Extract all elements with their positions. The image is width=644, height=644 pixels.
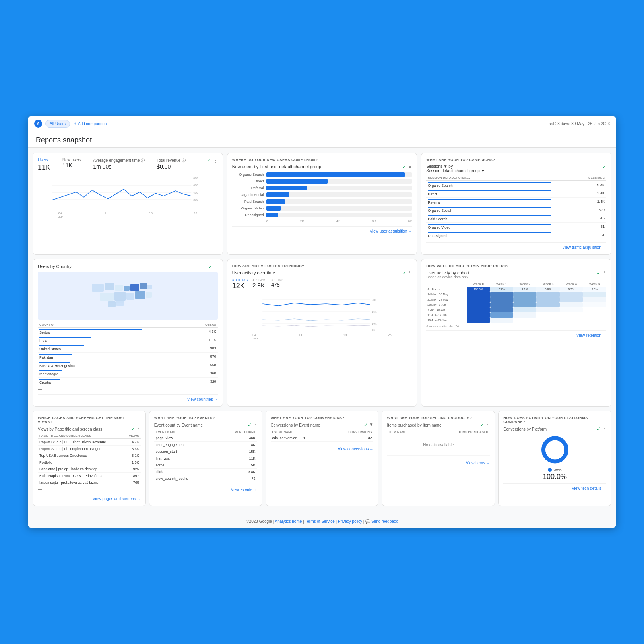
options-icon-2[interactable]: ⋮ (214, 264, 218, 270)
countries-card: Users by Country ✓ ⋮ (33, 259, 223, 407)
metrics-tabs: Users 11K New users 11K Average engageme… (38, 158, 186, 172)
table-row: page_view46K (154, 435, 257, 442)
bar-row-organic-social: Organic Social (232, 192, 412, 197)
revenue-value: $0.00 (157, 163, 186, 170)
view-events-link[interactable]: View events (231, 487, 252, 492)
send-feedback-link[interactable]: Send feedback (371, 519, 398, 524)
cohort-row-5: 11 Jun - 17 Jun (426, 312, 606, 318)
row2: Users by Country ✓ ⋮ (33, 259, 611, 407)
donut-svg (535, 433, 575, 466)
segment-pill[interactable]: All Users (45, 120, 70, 128)
feedback-icon: 💬 (365, 519, 370, 524)
table-row: scroll5K (154, 462, 257, 469)
metric-tab-revenue[interactable]: Total revenue ⓘ $0.00 (157, 158, 186, 172)
bar-label: Organic Search (232, 173, 264, 177)
bar-x-labels: 02K4K6K8K (266, 219, 412, 223)
view-tech-link[interactable]: View tech details (572, 486, 601, 491)
week4-header: Week 4 (560, 281, 583, 287)
options-icon[interactable]: ⋮ (213, 158, 218, 163)
table-row: Organic Search9.3K (426, 181, 606, 189)
cohort-row-2: 21 May - 27 May (426, 297, 606, 302)
date-range[interactable]: Last 28 days: 30 May - 26 Jun 2023 (547, 122, 610, 126)
view-traffic-link[interactable]: View traffic acquisition (562, 245, 601, 250)
metric-tab-engagement[interactable]: Average engagement time ⓘ 1m 00s (93, 158, 145, 172)
analytics-home-link[interactable]: Analytics home (275, 519, 302, 524)
view-retention-link[interactable]: View retention (576, 333, 601, 338)
platforms-card-title: HOW DOES ACTIVITY ON YOUR PLATFORMS COMP… (503, 416, 606, 424)
options-icon-8[interactable]: ⋮ (602, 426, 606, 432)
svg-text:600: 600 (193, 184, 198, 187)
options-icon-7[interactable]: ⋮ (486, 422, 490, 428)
events-card: WHAT ARE YOUR TOP EVENTS? Event count by… (149, 411, 262, 506)
svg-rect-19 (146, 292, 152, 298)
bar-label: Unassigned (232, 213, 264, 217)
bar-container (266, 206, 412, 211)
page-header: Reports snapshot (28, 131, 616, 148)
view-countries-link[interactable]: View countries (187, 397, 213, 402)
active-users-subtitle: User activity over time (232, 270, 275, 275)
svg-rect-20 (108, 301, 116, 307)
view-user-acquisition-link[interactable]: View user acquisition (370, 229, 407, 233)
options-icon-6[interactable]: ⋮ (253, 422, 257, 428)
svg-rect-17 (126, 293, 134, 300)
table-row: Kako Napisati Poru...Će Biti Prihvaćena8… (38, 473, 141, 479)
terms-of-service-link[interactable]: Terms of Service (305, 519, 334, 524)
period-1d: ● 1 DAY 475 (271, 278, 283, 290)
check-icon-5: ✓ (402, 270, 406, 276)
bar-fill (266, 213, 278, 217)
platforms-subtitle: Conversions by Platform (503, 427, 547, 431)
conversions-table: EVENT NAME CONVERSIONS ads_conversion___… (271, 429, 374, 442)
check-icon-11: ✓ (597, 426, 601, 432)
check-icon-7: ✓ (131, 426, 135, 432)
row1: Users 11K New users 11K Average engageme… (33, 153, 611, 255)
campaigns-col1-header: SESSION DEFAULT CHAN... (426, 175, 552, 181)
svg-text:5K: 5K (372, 328, 375, 331)
bar-row-direct: Direct (232, 179, 412, 184)
arrow-icon-9: → (602, 486, 606, 491)
check-icon-9: ✓ (364, 422, 368, 428)
view-pages-link[interactable]: View pages and screens (93, 497, 136, 501)
products-table: ITEM NAME ITEMS PURCHASED No data availa… (387, 429, 490, 456)
svg-rect-21 (116, 301, 124, 306)
view-conversions-link[interactable]: View conversions (338, 447, 369, 451)
check-icon-3: ✓ (602, 164, 606, 170)
retention-header-row: User activity by cohort Based on device … (426, 270, 606, 279)
table-row: Direct3.4K (426, 189, 606, 198)
bar-fill (266, 192, 290, 197)
table-row: Referral1.4K (426, 198, 606, 206)
events-card-title: WHAT ARE YOUR TOP EVENTS? (154, 416, 257, 420)
check-icon: ✓ (207, 158, 211, 163)
svg-text:15K: 15K (372, 310, 377, 313)
country-col2: USERS (169, 322, 217, 328)
privacy-policy-link[interactable]: Privacy policy (338, 519, 362, 524)
table-row: click3.8K (154, 469, 257, 475)
metric-tab-users[interactable]: Users 11K (38, 158, 50, 172)
add-comparison-button[interactable]: ＋ Add comparison (73, 121, 107, 126)
table-row: user_engagement18K (154, 442, 257, 448)
check-icon-6: ✓ (597, 270, 601, 276)
retention-card-title: HOW WELL DO YOU RETAIN YOUR USERS? (426, 264, 606, 268)
bar-fill (266, 186, 307, 190)
table-row: United States983 (38, 344, 218, 353)
svg-rect-9 (105, 283, 114, 290)
bar-container (266, 213, 412, 217)
bar-container (266, 186, 412, 190)
active-users-chart-svg: 20K 15K 10K 5K (232, 292, 412, 332)
bar-label: Organic Social (232, 193, 264, 197)
filter-icon-2[interactable]: ▼ (369, 422, 373, 428)
metric-tab-new-users[interactable]: New users 11K (62, 158, 81, 172)
options-icon-5[interactable]: ⋮ (137, 426, 141, 432)
arrow-icon-3: → (214, 397, 218, 402)
countries-title: Users by Country (38, 264, 72, 269)
engagement-value: 1m 00s (93, 163, 145, 170)
pages-subtitle: Views by Page title and screen class (38, 427, 102, 431)
view-items-link[interactable]: View items (466, 461, 485, 465)
table-row: PopArt Studio | di...ompletnom uslugom3.… (38, 446, 141, 452)
options-icon-4[interactable]: ⋮ (602, 270, 606, 276)
svg-rect-14 (147, 285, 152, 289)
filter-icon[interactable]: ▼ (408, 165, 412, 169)
products-subtitle: Items purchased by Item name (387, 423, 441, 427)
options-icon-3[interactable]: ⋮ (408, 270, 412, 276)
line-chart-svg: 800 600 400 200 (38, 174, 218, 210)
countries-header-row: Users by Country ✓ ⋮ (38, 264, 218, 270)
